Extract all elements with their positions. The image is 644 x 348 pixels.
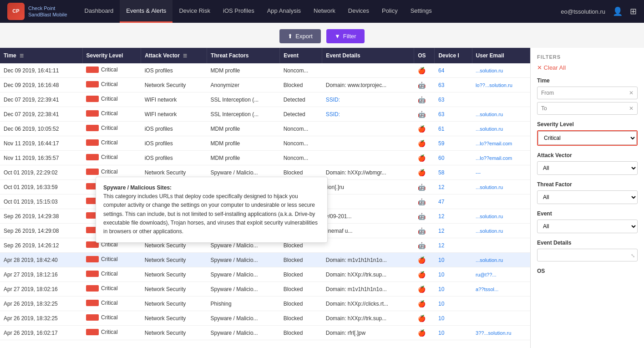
cell-device[interactable]: 63 <box>435 78 472 92</box>
device-link[interactable]: 63 <box>438 111 444 118</box>
cell-device[interactable]: 59 <box>435 136 472 151</box>
table-row[interactable]: Apr 27 2019, 18:12:16 Critical Network S… <box>0 267 530 282</box>
device-link[interactable]: 10 <box>438 330 444 336</box>
nav-events-alerts[interactable]: Events & Alerts <box>120 0 172 23</box>
device-link[interactable]: 63 <box>438 82 444 88</box>
cell-os: 🍎 <box>414 253 435 267</box>
col-attack-vector[interactable]: Attack Vector ☰ <box>141 48 207 63</box>
table-row[interactable]: Nov 11 2019, 16:35:57 Critical iOS profi… <box>0 151 530 165</box>
cell-severity: Critical <box>82 107 141 122</box>
cell-time: Apr 26 2019, 16:02:17 <box>0 326 82 340</box>
filter-threat-factor-select[interactable]: All MDM profile Anonymizer SSL Intercept… <box>537 190 638 204</box>
device-link[interactable]: 64 <box>438 67 444 74</box>
cell-device[interactable]: 60 <box>435 151 472 165</box>
cell-time: Oct 01 2019, 16:33:59 <box>0 180 82 194</box>
apps-icon[interactable]: ⊞ <box>630 6 637 16</box>
table-row[interactable]: Dec 07 2019, 22:39:41 Critical WIFI netw… <box>0 92 530 107</box>
device-link[interactable]: 10 <box>438 286 444 292</box>
cell-device[interactable]: 12 <box>435 180 472 194</box>
device-link[interactable]: 61 <box>438 126 444 132</box>
nav-network[interactable]: Network <box>307 0 342 23</box>
device-link[interactable]: 12 <box>438 184 444 190</box>
device-link[interactable]: 10 <box>438 271 444 278</box>
severity-bar <box>86 314 99 321</box>
nav-settings[interactable]: Settings <box>404 0 438 23</box>
cell-device[interactable]: 12 <box>435 209 472 224</box>
cell-device[interactable]: 63 <box>435 107 472 122</box>
export-button[interactable]: ⬆ Export <box>279 29 321 43</box>
nav-devices[interactable]: Devices <box>342 0 375 23</box>
device-link[interactable]: 10 <box>438 301 444 307</box>
table-row[interactable]: Apr 27 2019, 18:02:16 Critical Network S… <box>0 282 530 297</box>
device-link[interactable]: 10 <box>438 315 444 322</box>
cell-device[interactable]: 10 <box>435 297 472 311</box>
filter-attack-vector-select[interactable]: All Network Security iOS profiles WIFI n… <box>537 161 638 175</box>
cell-vector: Network Security <box>141 78 207 92</box>
cell-details: Domain: hXXp://wbmgr... <box>322 165 414 180</box>
col-time[interactable]: Time ☰ <box>0 48 82 63</box>
table-row[interactable]: Apr 26 2019, 18:32:25 Critical Network S… <box>0 311 530 326</box>
clear-from-icon[interactable]: ✕ <box>629 90 634 96</box>
cell-event: Noncom... <box>280 136 322 151</box>
table-row[interactable]: Dec 07 2019, 22:38:41 Critical WIFI netw… <box>0 107 530 122</box>
device-link[interactable]: 58 <box>438 169 444 176</box>
nav-device-risk[interactable]: Device Risk <box>172 0 217 23</box>
filter-to-input[interactable] <box>541 105 624 112</box>
table-row[interactable]: Dec 09 2019, 16:41:11 Critical iOS profi… <box>0 63 530 78</box>
table-row[interactable]: Apr 26 2019, 16:02:17 Critical Network S… <box>0 326 530 340</box>
cell-event: Blocked <box>280 326 322 340</box>
cell-os: 🤖 <box>414 92 435 107</box>
cell-device[interactable]: 10 <box>435 326 472 340</box>
table-row[interactable]: Apr 28 2019, 18:42:40 Critical Network S… <box>0 253 530 267</box>
table-row[interactable]: Apr 26 2019, 18:32:25 Critical Network S… <box>0 297 530 311</box>
device-link[interactable]: 12 <box>438 213 444 220</box>
cell-details: Domain: hXXp://clicks.rt... <box>322 297 414 311</box>
cell-device[interactable]: 12 <box>435 224 472 238</box>
cell-event: Blocked <box>280 282 322 297</box>
cell-device[interactable]: 12 <box>435 238 472 253</box>
cell-details[interactable]: SSID: <box>322 92 414 107</box>
filter-event-select[interactable]: All Blocked Detected Noncom... <box>537 220 638 233</box>
severity-badge: Critical <box>86 125 118 131</box>
nav-dashboard[interactable]: Dashboard <box>78 0 120 23</box>
cell-event: Blocked <box>280 297 322 311</box>
cell-threat: MDM profile <box>207 136 280 151</box>
cell-device[interactable]: 10 <box>435 267 472 282</box>
cell-time: Sep 26 2019, 14:29:38 <box>0 209 82 224</box>
cell-device[interactable]: 10 <box>435 282 472 297</box>
nav-ios-profiles[interactable]: iOS Profiles <box>217 0 261 23</box>
cell-device[interactable]: 64 <box>435 63 472 78</box>
cell-os: 🤖 <box>414 209 435 224</box>
cell-details[interactable]: SSID: <box>322 107 414 122</box>
table-row[interactable]: Dec 06 2019, 10:05:52 Critical iOS profi… <box>0 122 530 136</box>
device-link[interactable]: 12 <box>438 242 444 249</box>
filter-threat-factor: Threat Factor All MDM profile Anonymizer… <box>537 181 638 204</box>
device-link[interactable]: 59 <box>438 140 444 147</box>
cell-device[interactable]: 63 <box>435 92 472 107</box>
device-link[interactable]: 47 <box>438 199 444 205</box>
device-link[interactable]: 12 <box>438 228 444 234</box>
filter-time: Time ✕ ✕ <box>537 77 638 115</box>
table-row[interactable]: Nov 11 2019, 16:44:17 Critical iOS profi… <box>0 136 530 151</box>
device-link[interactable]: 10 <box>438 257 444 263</box>
cell-device[interactable]: 47 <box>435 194 472 209</box>
cell-severity: Critical <box>82 326 141 340</box>
severity-badge: Critical <box>86 154 118 160</box>
cell-device[interactable]: 61 <box>435 122 472 136</box>
filter-severity-select[interactable]: Critical All High Medium Low <box>538 131 637 145</box>
nav-app-analysis[interactable]: App Analysis <box>261 0 307 23</box>
cell-details <box>322 194 414 209</box>
cell-device[interactable]: 58 <box>435 165 472 180</box>
device-link[interactable]: 63 <box>438 97 444 103</box>
device-link[interactable]: 60 <box>438 155 444 161</box>
filter-button[interactable]: ▼ Filter <box>326 29 365 43</box>
table-row[interactable]: Dec 09 2019, 16:16:48 Critical Network S… <box>0 78 530 92</box>
clear-to-icon[interactable]: ✕ <box>629 105 634 112</box>
nav-policy[interactable]: Policy <box>375 0 404 23</box>
user-icon[interactable]: 👤 <box>613 6 623 16</box>
filter-from-input[interactable] <box>541 90 624 96</box>
cell-device[interactable]: 10 <box>435 311 472 326</box>
filter-event-details-input[interactable] <box>537 249 638 261</box>
clear-all-button[interactable]: ✕ Clear All <box>537 64 566 71</box>
cell-device[interactable]: 10 <box>435 253 472 267</box>
